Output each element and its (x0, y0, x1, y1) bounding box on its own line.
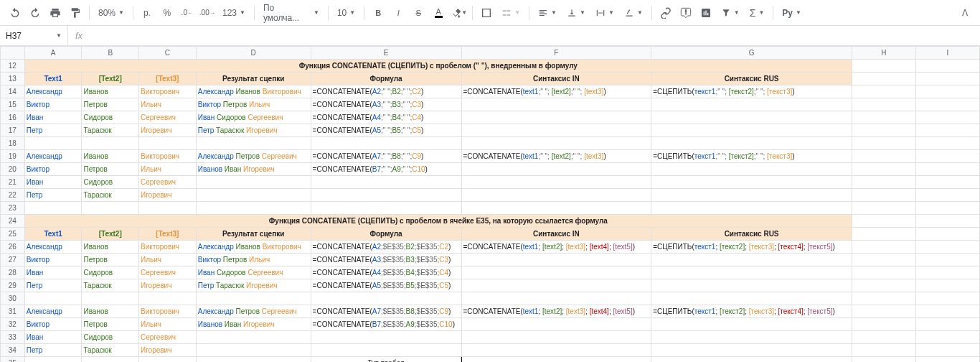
cell[interactable] (461, 189, 651, 202)
cell[interactable] (852, 176, 915, 189)
font-combo[interactable]: По умолча...▼ (259, 4, 324, 22)
cell[interactable] (651, 189, 852, 202)
formula-input[interactable] (90, 26, 980, 45)
cell[interactable] (196, 176, 311, 189)
cell[interactable]: Иванов (82, 85, 139, 98)
cell[interactable]: Александр Петров Сергеевич (196, 150, 311, 163)
cell[interactable] (915, 357, 979, 363)
text-color-button[interactable]: A (429, 4, 448, 22)
cell[interactable] (651, 124, 852, 137)
row-header-28[interactable]: 28 (1, 266, 25, 279)
cell[interactable]: Игоревич (139, 124, 197, 137)
cell[interactable] (915, 73, 979, 85)
cell[interactable] (651, 266, 852, 279)
cell[interactable] (461, 279, 651, 292)
cell[interactable]: Ильич (139, 318, 197, 331)
cell[interactable]: Text1 (24, 228, 82, 241)
row-header-15[interactable]: 15 (1, 98, 25, 111)
name-box[interactable]: H37▼ (0, 26, 68, 45)
cell[interactable]: Петр Тарасюк Игоревич (196, 279, 311, 292)
cell[interactable]: Виктор Петров Ильич (196, 98, 311, 111)
cell[interactable] (915, 292, 979, 305)
cell[interactable]: Петров (82, 163, 139, 176)
cell[interactable]: Виктор (24, 254, 82, 266)
paint-format-button[interactable] (66, 4, 85, 22)
cell[interactable] (651, 357, 852, 363)
cell[interactable]: Петр (24, 124, 82, 137)
row-header-16[interactable]: 16 (1, 111, 25, 124)
cell[interactable] (461, 176, 651, 189)
cell[interactable]: Иванов Иван Игоревич (196, 318, 311, 331)
cell[interactable] (915, 111, 979, 124)
cell[interactable] (915, 228, 979, 241)
row-header-24[interactable]: 24 (1, 215, 25, 228)
cell[interactable] (915, 150, 979, 163)
cell[interactable]: Викторович (139, 85, 197, 98)
cell[interactable]: Формула (311, 228, 461, 241)
row-header-30[interactable]: 30 (1, 292, 25, 305)
cell[interactable]: Петров (82, 254, 139, 266)
row-header-33[interactable]: 33 (1, 331, 25, 344)
cell[interactable]: Иванов (82, 241, 139, 254)
cell[interactable] (651, 318, 852, 331)
cell[interactable]: Сидоров (82, 176, 139, 189)
cell[interactable] (915, 60, 979, 73)
cell[interactable]: Иван Сидоров Сергеевич (196, 111, 311, 124)
cell[interactable]: =CONCATENATE(A7;" ";B8;" ";C9) (311, 150, 461, 163)
spreadsheet-grid[interactable]: ABCDEFGHI12Функция CONCATENATE (СЦЕПИТЬ)… (0, 46, 980, 362)
rotate-button[interactable]: ▼ (620, 4, 647, 22)
cell[interactable]: Ильич (139, 163, 197, 176)
cell[interactable]: Александр (24, 150, 82, 163)
cell[interactable]: Сергеевич (139, 176, 197, 189)
fill-color-button[interactable]: ▼ (449, 4, 468, 22)
cell[interactable]: =CONCATENATE(A5;$E$35;B5;$E$35;C5) (311, 279, 461, 292)
cell[interactable] (461, 124, 651, 137)
cell[interactable]: =CONCATENATE(text1;" "; [text2];" "; [te… (461, 150, 651, 163)
cell[interactable] (461, 318, 651, 331)
cell[interactable] (915, 124, 979, 137)
cell[interactable] (915, 279, 979, 292)
cell[interactable] (311, 202, 461, 215)
cell[interactable] (852, 215, 915, 228)
cell[interactable] (852, 357, 915, 363)
cell[interactable]: Александр Иванов Викторович (196, 85, 311, 98)
cell[interactable] (82, 292, 139, 305)
cell[interactable] (651, 254, 852, 266)
cell[interactable]: [Text2] (82, 73, 139, 85)
cell[interactable] (24, 292, 82, 305)
cell[interactable]: =CONCATENATE(text1; [text2]; [text3]; [t… (461, 241, 651, 254)
cell[interactable] (196, 202, 311, 215)
cell[interactable] (852, 254, 915, 266)
cell[interactable]: Ильич (139, 254, 197, 266)
cell[interactable]: Игоревич (139, 189, 197, 202)
row-header-19[interactable]: 19 (1, 150, 25, 163)
borders-button[interactable] (477, 4, 496, 22)
cell[interactable]: Иван (24, 111, 82, 124)
row-header-35[interactable]: 35 (1, 357, 25, 363)
cell[interactable] (196, 137, 311, 150)
cell[interactable] (24, 357, 82, 363)
cell[interactable]: Тарасюк (82, 279, 139, 292)
cell[interactable] (852, 228, 915, 241)
cell[interactable]: =CONCATENATE(text1; [text2]; [text3]; [t… (461, 305, 651, 318)
cell[interactable]: [Text3] (139, 228, 197, 241)
print-button[interactable] (46, 4, 65, 22)
row-header-14[interactable]: 14 (1, 85, 25, 98)
cell[interactable]: [Text2] (82, 228, 139, 241)
cell[interactable]: Сидоров (82, 266, 139, 279)
valign-button[interactable]: ▼ (562, 4, 590, 22)
cell[interactable] (461, 137, 651, 150)
row-header-31[interactable]: 31 (1, 305, 25, 318)
cell[interactable] (915, 85, 979, 98)
italic-button[interactable]: I (389, 4, 407, 22)
cell[interactable]: Тарасюк (82, 189, 139, 202)
cell[interactable] (139, 357, 197, 363)
cell[interactable] (915, 202, 979, 215)
cell[interactable] (461, 202, 651, 215)
cell[interactable] (311, 189, 461, 202)
cell[interactable] (461, 292, 651, 305)
cell[interactable] (915, 176, 979, 189)
cell[interactable] (915, 241, 979, 254)
col-header-H[interactable]: H (852, 47, 915, 60)
cell[interactable] (915, 137, 979, 150)
